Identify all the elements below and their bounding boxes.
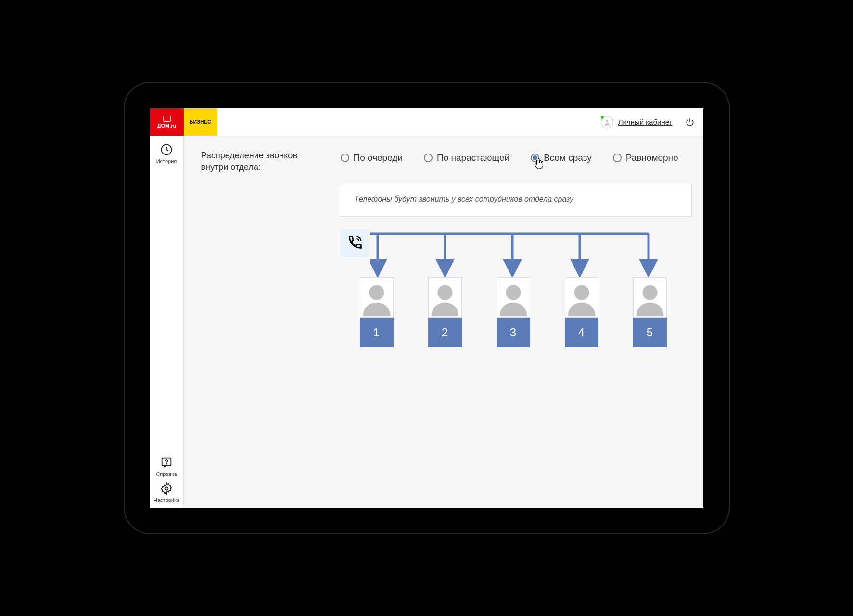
silhouette-icon — [430, 281, 460, 317]
gear-icon — [160, 482, 173, 495]
sidebar: История Справка Настройки — [150, 136, 184, 508]
radio-growing-label: По нарастающей — [437, 153, 509, 163]
person-avatar — [360, 277, 394, 318]
sidebar-item-history[interactable]: История — [156, 143, 177, 164]
radio-circle-icon — [424, 154, 433, 162]
silhouette-icon — [567, 281, 597, 317]
flow-arrows — [370, 229, 688, 277]
person-slot: 4 — [565, 277, 598, 347]
body-area: История Справка Настройки Распределение … — [150, 136, 703, 508]
svg-point-4 — [165, 487, 168, 490]
app-screen: ДОМ.ru БИЗНЕС Личный кабинет — [150, 108, 703, 508]
distribution-row: Распределение звонков внутри отдела: По … — [201, 150, 694, 173]
radio-queue-label: По очереди — [354, 153, 403, 163]
person-avatar — [497, 277, 530, 318]
power-button[interactable] — [685, 117, 695, 127]
user-icon — [603, 118, 611, 126]
person-avatar — [428, 277, 462, 318]
help-icon — [160, 456, 173, 469]
distribution-diagram: 1 2 3 — [341, 229, 692, 354]
silhouette-icon — [362, 281, 392, 317]
radio-all-label: Всем сразу — [544, 153, 592, 163]
account-block: Личный кабинет — [601, 116, 695, 128]
brand-logo[interactable]: ДОМ.ru БИЗНЕС — [150, 108, 217, 136]
sidebar-item-settings[interactable]: Настройки — [153, 482, 179, 503]
svg-point-9 — [642, 285, 657, 300]
person-avatar — [633, 277, 667, 318]
phone-box — [341, 229, 369, 257]
person-slot: 1 — [360, 277, 394, 347]
topbar: ДОМ.ru БИЗНЕС Личный кабинет — [150, 108, 703, 136]
avatar[interactable] — [601, 116, 613, 128]
distribution-description: Телефоны будут звонить у всех сотруднико… — [341, 182, 692, 217]
clock-icon — [160, 143, 173, 156]
brand-logo-yellow: БИЗНЕС — [184, 108, 217, 136]
person-number: 3 — [497, 318, 530, 347]
people-row: 1 2 3 — [360, 277, 667, 347]
svg-point-5 — [369, 285, 384, 300]
brand-left-text: ДОМ.ru — [157, 123, 177, 128]
brand-logo-red: ДОМ.ru — [150, 108, 184, 136]
content-area: Распределение звонков внутри отдела: По … — [184, 136, 703, 508]
person-avatar — [565, 277, 598, 318]
sidebar-help-label: Справка — [156, 471, 177, 477]
tablet-frame: ДОМ.ru БИЗНЕС Личный кабинет — [124, 82, 730, 534]
radio-circle-icon — [341, 154, 349, 162]
radio-option-growing[interactable]: По нарастающей — [424, 153, 509, 163]
radio-option-queue[interactable]: По очереди — [341, 153, 403, 163]
svg-point-6 — [437, 285, 452, 300]
radio-circle-icon — [613, 154, 622, 162]
person-slot: 5 — [633, 277, 667, 347]
radio-even-label: Равномерно — [626, 153, 678, 163]
radio-circle-icon — [531, 154, 539, 162]
distribution-radio-group: По очереди По нарастающей Всем сразу — [341, 150, 694, 163]
person-slot: 3 — [497, 277, 530, 347]
account-link[interactable]: Личный кабинет — [618, 118, 673, 126]
phone-ringing-icon — [346, 234, 363, 252]
person-number: 5 — [633, 318, 667, 347]
power-icon — [685, 117, 695, 127]
svg-point-8 — [574, 285, 589, 300]
brand-right-text: БИЗНЕС — [190, 119, 211, 125]
person-slot: 2 — [428, 277, 462, 347]
sidebar-history-label: История — [156, 158, 177, 164]
sidebar-settings-label: Настройки — [153, 497, 179, 503]
sidebar-item-help[interactable]: Справка — [156, 456, 177, 477]
radio-option-even[interactable]: Равномерно — [613, 153, 678, 163]
svg-point-3 — [166, 463, 166, 464]
silhouette-icon — [498, 281, 528, 317]
person-number: 1 — [360, 318, 394, 347]
svg-point-0 — [606, 119, 608, 122]
svg-point-7 — [506, 285, 521, 300]
distribution-label: Распределение звонков внутри отдела: — [201, 150, 326, 173]
status-dot-online — [600, 116, 604, 119]
radio-option-all[interactable]: Всем сразу — [531, 153, 592, 163]
silhouette-icon — [635, 281, 665, 317]
person-number: 4 — [565, 318, 598, 347]
person-number: 2 — [428, 318, 462, 347]
